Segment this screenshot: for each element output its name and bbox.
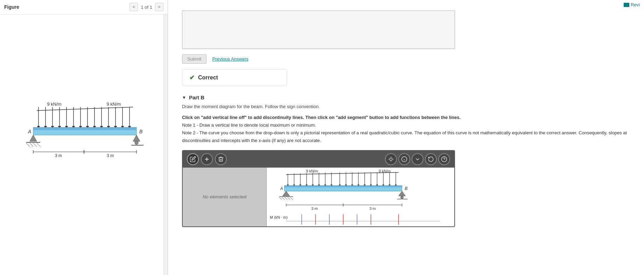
svg-line-64 bbox=[286, 172, 399, 175]
svg-text:3 m: 3 m bbox=[55, 153, 62, 158]
svg-text:B: B bbox=[405, 186, 407, 191]
note1-label: Note 1 - Draw a vertical line to denote … bbox=[182, 122, 316, 128]
help-button[interactable] bbox=[438, 153, 450, 165]
previous-answers-link[interactable]: Previous Answers bbox=[212, 56, 248, 62]
reset-button[interactable] bbox=[425, 153, 437, 165]
svg-line-22 bbox=[37, 143, 40, 147]
svg-line-20 bbox=[30, 143, 33, 147]
svg-rect-16 bbox=[33, 127, 136, 130]
svg-line-73 bbox=[290, 197, 293, 200]
svg-line-70 bbox=[282, 197, 285, 200]
pencil-tool-button[interactable] bbox=[187, 153, 199, 165]
note1-bold: Click on "add vertical line off" to add … bbox=[182, 115, 461, 120]
figure-page-label: 1 of 1 bbox=[141, 5, 152, 10]
svg-point-38 bbox=[390, 158, 392, 161]
svg-marker-23 bbox=[133, 135, 140, 141]
svg-text:A: A bbox=[28, 129, 31, 134]
left-panel: Figure < 1 of 1 > 9 kN/m 9 kN/m bbox=[0, 0, 168, 275]
svg-point-24 bbox=[135, 141, 138, 144]
part-b-header[interactable]: ▼ Part B bbox=[168, 92, 644, 103]
right-panel: Revi Submit Previous Answers ✔ Correct ▼… bbox=[168, 0, 644, 275]
next-figure-button[interactable]: > bbox=[155, 3, 163, 11]
review-icon bbox=[624, 3, 629, 7]
delete-button[interactable] bbox=[215, 153, 227, 165]
svg-text:A: A bbox=[280, 186, 283, 191]
svg-marker-74 bbox=[399, 191, 406, 196]
prev-figure-button[interactable]: < bbox=[130, 3, 138, 11]
svg-line-14 bbox=[37, 107, 133, 111]
answer-textarea[interactable] bbox=[182, 10, 455, 49]
add-segment-button[interactable] bbox=[201, 153, 213, 165]
correct-badge: ✔ Correct bbox=[182, 69, 287, 86]
svg-text:9 kN/m: 9 kN/m bbox=[306, 169, 318, 173]
svg-text:3 m: 3 m bbox=[312, 206, 318, 210]
hint-button[interactable] bbox=[385, 153, 397, 165]
svg-text:M (kN · m): M (kN · m) bbox=[270, 215, 288, 219]
scroll-bar[interactable] bbox=[163, 14, 168, 275]
beam-diagram-svg: 9 kN/m 9 kN/m bbox=[18, 96, 150, 194]
diagram-no-selection: No elements selected bbox=[183, 168, 267, 226]
submit-button[interactable]: Submit bbox=[182, 54, 206, 64]
instruction-main: Draw the moment diagram for the beam. Fo… bbox=[182, 103, 630, 110]
figure-title: Figure bbox=[4, 4, 19, 10]
review-link[interactable]: Revi bbox=[624, 2, 640, 7]
svg-marker-67 bbox=[283, 191, 290, 196]
figure-header: Figure < 1 of 1 > bbox=[0, 0, 168, 14]
part-b-content: Draw the moment diagram for the beam. Fo… bbox=[168, 103, 644, 227]
svg-line-72 bbox=[287, 197, 290, 200]
no-elements-text: No elements selected bbox=[203, 194, 246, 199]
svg-marker-17 bbox=[30, 135, 37, 141]
part-b-label: Part B bbox=[189, 94, 204, 100]
review-label: Revi bbox=[631, 2, 640, 7]
answer-section bbox=[168, 3, 644, 50]
svg-line-19 bbox=[26, 143, 30, 147]
svg-line-69 bbox=[279, 197, 282, 200]
figure-nav: < 1 of 1 > bbox=[130, 3, 163, 11]
chevron-down-button[interactable] bbox=[412, 153, 424, 165]
toolbar-left bbox=[187, 153, 227, 165]
svg-text:3 m: 3 m bbox=[370, 206, 376, 210]
left-load-label: 9 kN/m bbox=[47, 101, 61, 107]
diagram-container: No elements selected 9 kN/m 9 kN/m bbox=[182, 150, 455, 227]
svg-line-21 bbox=[33, 143, 37, 147]
figure-content: 9 kN/m 9 kN/m bbox=[0, 14, 168, 275]
diagram-body: No elements selected 9 kN/m 9 kN/m bbox=[183, 168, 454, 226]
svg-text:3 m: 3 m bbox=[106, 153, 113, 158]
svg-text:B: B bbox=[139, 129, 142, 134]
top-bar: Revi bbox=[620, 0, 644, 9]
action-row: Submit Previous Answers bbox=[168, 50, 644, 68]
svg-line-71 bbox=[285, 197, 288, 200]
beam-preview-svg: 9 kN/m 9 kN/m bbox=[267, 168, 454, 226]
note2-label: Note 2 - The curve you choose from the d… bbox=[182, 130, 627, 143]
instruction-notes: Click on "add vertical line off" to add … bbox=[182, 114, 630, 144]
collapse-triangle-icon: ▼ bbox=[182, 95, 186, 100]
correct-text: Correct bbox=[198, 75, 218, 81]
diagram-toolbar bbox=[183, 151, 454, 168]
toolbar-right bbox=[385, 153, 450, 165]
svg-rect-66 bbox=[285, 185, 402, 187]
diagram-preview[interactable]: 9 kN/m 9 kN/m bbox=[267, 168, 454, 226]
right-load-label: 9 kN/m bbox=[106, 101, 121, 107]
correct-checkmark-icon: ✔ bbox=[189, 74, 195, 82]
info-button[interactable] bbox=[398, 153, 410, 165]
svg-point-75 bbox=[401, 196, 404, 199]
